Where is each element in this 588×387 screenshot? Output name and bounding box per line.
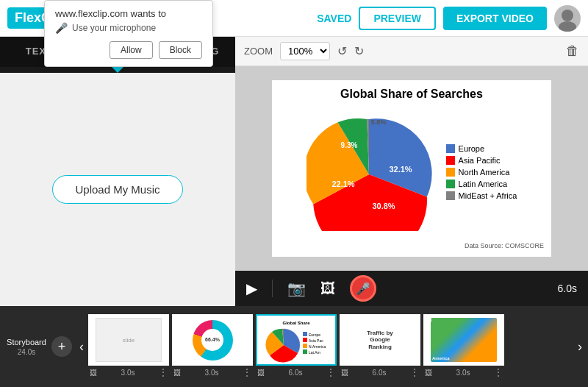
thumb-number-3: 3	[260, 316, 265, 324]
top-bar: FlexC www.flexclip.com wants to 🎤 Use yo…	[0, 0, 588, 37]
svg-text:5.8%: 5.8%	[370, 118, 386, 126]
svg-point-1	[559, 21, 576, 32]
traffic-title: Traffic byGoogleRanking	[367, 330, 393, 351]
thumb-image-3: Global Share Europe Asia Pac N.America L…	[256, 314, 337, 366]
add-clip-button[interactable]: +	[51, 336, 72, 357]
thumb-more-2[interactable]: ⋮	[243, 367, 251, 377]
popup-title: www.flexclip.com wants to	[55, 8, 202, 19]
zoom-select[interactable]: 100% 75% 150%	[280, 42, 330, 60]
thumb-number-4: 4	[344, 316, 348, 324]
svg-text:32.1%: 32.1%	[389, 165, 412, 174]
thumb-image-2	[172, 314, 253, 366]
thumb-time-2: 3.0s	[205, 369, 219, 377]
legend-color-north-america	[446, 168, 455, 177]
storyboard: Storyboard 24.0s + ‹ slide 🖼 3.0s ⋮ 2	[0, 306, 588, 387]
avatar[interactable]	[554, 5, 581, 32]
slide-frame: Global Share of Searches	[272, 80, 551, 257]
saved-status: SAVED	[317, 13, 351, 24]
thumb-time-5: 3.0s	[456, 369, 470, 377]
legend-color-mideast	[446, 191, 455, 200]
redo-icon[interactable]: ↻	[354, 44, 364, 58]
mic-permission-popup: www.flexclip.com wants to 🎤 Use your mic…	[44, 0, 213, 67]
thumb-more-1[interactable]: ⋮	[159, 367, 168, 377]
svg-rect-14	[303, 344, 307, 348]
storyboard-title: Storyboard	[7, 338, 46, 347]
mic-button[interactable]: 🎤	[350, 275, 376, 302]
svg-text:Global Share: Global Share	[282, 321, 310, 325]
america-label: America	[432, 356, 450, 361]
storyboard-label: Storyboard 24.0s	[4, 338, 49, 356]
thumb-item-4[interactable]: 4 Traffic byGoogleRanking 🖼 6.0s ⋮	[340, 314, 420, 379]
thumbnail-container: slide 🖼 3.0s ⋮ 2 🖼 3.0s ⋮ 3	[88, 314, 573, 379]
thumb-footer-1: 🖼 3.0s ⋮	[88, 366, 169, 379]
camera-button[interactable]: 📷	[287, 280, 306, 297]
legend-europe: Europe	[446, 144, 517, 153]
pie-chart: 32.1% 30.8% 22.1% 9.3% 5.8%	[306, 110, 439, 235]
thumb-type-icon-5: 🖼	[425, 369, 432, 377]
traffic-thumb: Traffic byGoogleRanking	[345, 318, 415, 361]
svg-text:Asia Pac: Asia Pac	[309, 338, 323, 343]
time-display: 6.0s	[558, 283, 577, 294]
data-source: Data Source: COMSCORE	[279, 242, 544, 249]
legend-asia: Asia Pacific	[446, 156, 517, 165]
thumb-type-icon-3: 🖼	[257, 369, 265, 377]
block-button[interactable]: Block	[159, 41, 202, 59]
preview-button[interactable]: PREVIEW	[359, 7, 436, 30]
thumb-number-5: 5	[428, 316, 432, 324]
left-panel: TEXT MUSIC SETTING Upload My Music	[0, 37, 235, 306]
thumb-footer-4: 🖼 6.0s ⋮	[340, 366, 420, 379]
svg-rect-16	[303, 349, 307, 354]
svg-text:N.America: N.America	[309, 344, 326, 349]
next-arrow[interactable]: ›	[576, 339, 584, 355]
legend-color-latin-america	[446, 180, 455, 188]
thumb-time-1: 3.0s	[121, 369, 135, 377]
svg-rect-10	[303, 332, 307, 336]
undo-icon[interactable]: ↺	[337, 44, 347, 58]
main-layout: TEXT MUSIC SETTING Upload My Music ZOOM …	[0, 37, 588, 306]
storyboard-total: 24.0s	[18, 348, 35, 356]
thumb-type-icon-4: 🖼	[341, 369, 348, 377]
chart-legend: Europe Asia Pacific North America L	[446, 144, 517, 200]
thumb-more-5[interactable]: ⋮	[494, 367, 503, 377]
upload-music-button[interactable]: Upload My Music	[52, 175, 182, 204]
canvas-area: Global Share of Searches	[235, 66, 588, 271]
chart-area: 32.1% 30.8% 22.1% 9.3% 5.8% Europe	[306, 105, 517, 239]
svg-text:22.1%: 22.1%	[331, 180, 354, 188]
svg-text:Lat.Am: Lat.Am	[309, 350, 320, 355]
thumb-item-2[interactable]: 2 🖼 3.0s ⋮	[172, 314, 253, 379]
mic-icon: 🎤	[356, 282, 370, 296]
thumb-more-4[interactable]: ⋮	[410, 367, 419, 377]
svg-rect-12	[303, 338, 307, 342]
map-mini: America	[431, 318, 497, 362]
prev-arrow[interactable]: ‹	[78, 339, 85, 355]
svg-text:30.8%: 30.8%	[372, 202, 395, 210]
legend-color-asia	[446, 156, 455, 165]
zoom-label: ZOOM	[244, 46, 273, 57]
legend-latin-america: Latin America	[446, 180, 517, 188]
export-button[interactable]: EXPORT VIDEO	[443, 7, 547, 30]
top-bar-right: SAVED PREVIEW EXPORT VIDEO	[317, 5, 581, 32]
image-button[interactable]: 🖼	[320, 280, 335, 297]
play-button[interactable]: ▶	[246, 280, 257, 297]
thumb-image-5: America	[423, 314, 504, 366]
chart-title: Global Share of Searches	[340, 88, 483, 101]
left-panel-content: Upload My Music	[0, 73, 235, 306]
legend-mideast: MidEast + Africa	[446, 191, 517, 200]
legend-north-america: North America	[446, 168, 517, 177]
popup-subtitle: 🎤 Use your microphone	[55, 22, 202, 34]
trash-icon[interactable]: 🗑	[566, 43, 579, 59]
thumb-footer-2: 🖼 3.0s ⋮	[172, 366, 253, 379]
thumb-number-2: 2	[176, 316, 181, 324]
thumb-item-1[interactable]: slide 🖼 3.0s ⋮	[88, 314, 169, 379]
legend-color-europe	[446, 144, 455, 153]
thumb-item-3[interactable]: 3 Global Share Europe Asia Pac N.A	[256, 314, 337, 379]
thumb-more-3[interactable]: ⋮	[326, 367, 335, 377]
thumb-item-5[interactable]: 5 America 🖼 3.0s ⋮	[423, 314, 504, 379]
right-panel: ZOOM 100% 75% 150% ↺ ↻ 🗑 Global Share of…	[235, 37, 588, 306]
allow-button[interactable]: Allow	[110, 41, 153, 59]
divider-1	[272, 280, 273, 297]
thumb-footer-5: 🖼 3.0s ⋮	[423, 366, 504, 379]
donut-chart-mini	[193, 320, 233, 361]
thumb-type-icon-1: 🖼	[90, 369, 97, 377]
svg-text:Europe: Europe	[309, 333, 320, 337]
